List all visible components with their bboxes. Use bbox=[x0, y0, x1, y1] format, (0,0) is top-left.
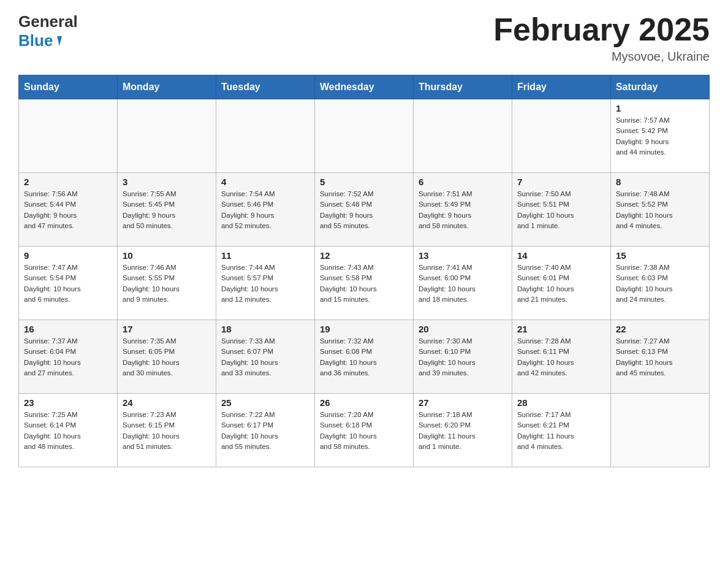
calendar-week-row: 9Sunrise: 7:47 AMSunset: 5:54 PMDaylight… bbox=[19, 247, 710, 320]
logo-general: General bbox=[18, 12, 78, 31]
calendar-cell bbox=[512, 99, 610, 173]
calendar-cell: 24Sunrise: 7:23 AMSunset: 6:15 PMDayligh… bbox=[117, 394, 216, 467]
calendar-header-row: SundayMondayTuesdayWednesdayThursdayFrid… bbox=[19, 75, 710, 99]
calendar-cell: 17Sunrise: 7:35 AMSunset: 6:05 PMDayligh… bbox=[117, 320, 216, 394]
day-number: 18 bbox=[221, 324, 309, 334]
calendar-cell bbox=[413, 99, 512, 173]
calendar-cell: 15Sunrise: 7:38 AMSunset: 6:03 PMDayligh… bbox=[610, 247, 709, 320]
calendar-week-row: 1Sunrise: 7:57 AMSunset: 5:42 PMDaylight… bbox=[19, 99, 710, 173]
day-number: 7 bbox=[517, 177, 605, 187]
day-number: 23 bbox=[24, 397, 112, 408]
day-info: Sunrise: 7:18 AMSunset: 6:20 PMDaylight:… bbox=[419, 410, 507, 452]
day-number: 10 bbox=[123, 250, 211, 261]
calendar-cell: 8Sunrise: 7:48 AMSunset: 5:52 PMDaylight… bbox=[610, 173, 709, 247]
calendar-cell bbox=[610, 394, 709, 467]
day-info: Sunrise: 7:22 AMSunset: 6:17 PMDaylight:… bbox=[221, 410, 309, 452]
calendar-cell: 18Sunrise: 7:33 AMSunset: 6:07 PMDayligh… bbox=[216, 320, 314, 394]
calendar-cell bbox=[19, 99, 118, 173]
title-area: February 2025 Mysovoe, Ukraine bbox=[493, 12, 710, 64]
calendar-cell: 19Sunrise: 7:32 AMSunset: 6:08 PMDayligh… bbox=[314, 320, 413, 394]
day-info: Sunrise: 7:55 AMSunset: 5:45 PMDaylight:… bbox=[123, 189, 211, 231]
calendar-cell bbox=[117, 99, 216, 173]
day-info: Sunrise: 7:23 AMSunset: 6:15 PMDaylight:… bbox=[123, 410, 211, 452]
day-info: Sunrise: 7:32 AMSunset: 6:08 PMDaylight:… bbox=[320, 336, 408, 378]
day-info: Sunrise: 7:35 AMSunset: 6:05 PMDaylight:… bbox=[123, 336, 211, 378]
day-number: 13 bbox=[419, 250, 507, 261]
day-number: 6 bbox=[419, 177, 507, 187]
logo: General Blue bbox=[18, 12, 78, 50]
day-info: Sunrise: 7:51 AMSunset: 5:49 PMDaylight:… bbox=[419, 189, 507, 231]
month-title: February 2025 bbox=[493, 12, 710, 47]
day-of-week-header: Wednesday bbox=[314, 75, 413, 99]
calendar-cell: 16Sunrise: 7:37 AMSunset: 6:04 PMDayligh… bbox=[19, 320, 118, 394]
logo-blue: Blue bbox=[18, 31, 78, 50]
calendar-cell: 6Sunrise: 7:51 AMSunset: 5:49 PMDaylight… bbox=[413, 173, 512, 247]
calendar-cell: 2Sunrise: 7:56 AMSunset: 5:44 PMDaylight… bbox=[19, 173, 118, 247]
calendar-week-row: 23Sunrise: 7:25 AMSunset: 6:14 PMDayligh… bbox=[19, 394, 710, 467]
day-of-week-header: Saturday bbox=[610, 75, 709, 99]
day-number: 22 bbox=[616, 324, 704, 334]
day-number: 1 bbox=[616, 103, 704, 113]
day-info: Sunrise: 7:37 AMSunset: 6:04 PMDaylight:… bbox=[24, 336, 112, 378]
day-of-week-header: Sunday bbox=[19, 75, 118, 99]
calendar-cell: 7Sunrise: 7:50 AMSunset: 5:51 PMDaylight… bbox=[512, 173, 610, 247]
calendar-cell: 23Sunrise: 7:25 AMSunset: 6:14 PMDayligh… bbox=[19, 394, 118, 467]
day-info: Sunrise: 7:17 AMSunset: 6:21 PMDaylight:… bbox=[517, 410, 605, 452]
day-number: 27 bbox=[419, 397, 507, 408]
day-of-week-header: Friday bbox=[512, 75, 610, 99]
day-number: 14 bbox=[517, 250, 605, 261]
day-info: Sunrise: 7:20 AMSunset: 6:18 PMDaylight:… bbox=[320, 410, 408, 452]
day-number: 5 bbox=[320, 177, 408, 187]
day-number: 12 bbox=[320, 250, 408, 261]
calendar-cell: 25Sunrise: 7:22 AMSunset: 6:17 PMDayligh… bbox=[216, 394, 314, 467]
location-label: Mysovoe, Ukraine bbox=[493, 50, 710, 64]
day-number: 28 bbox=[517, 397, 605, 408]
day-number: 24 bbox=[123, 397, 211, 408]
day-number: 21 bbox=[517, 324, 605, 334]
calendar-cell: 10Sunrise: 7:46 AMSunset: 5:55 PMDayligh… bbox=[117, 247, 216, 320]
day-info: Sunrise: 7:33 AMSunset: 6:07 PMDaylight:… bbox=[221, 336, 309, 378]
calendar-cell: 4Sunrise: 7:54 AMSunset: 5:46 PMDaylight… bbox=[216, 173, 314, 247]
calendar-week-row: 16Sunrise: 7:37 AMSunset: 6:04 PMDayligh… bbox=[19, 320, 710, 394]
page-header: General Blue February 2025 Mysovoe, Ukra… bbox=[18, 12, 710, 64]
day-number: 8 bbox=[616, 177, 704, 187]
day-number: 4 bbox=[221, 177, 309, 187]
calendar-cell bbox=[216, 99, 314, 173]
day-info: Sunrise: 7:38 AMSunset: 6:03 PMDaylight:… bbox=[616, 262, 704, 305]
day-info: Sunrise: 7:57 AMSunset: 5:42 PMDaylight:… bbox=[616, 115, 704, 158]
day-number: 20 bbox=[419, 324, 507, 334]
day-number: 25 bbox=[221, 397, 309, 408]
day-of-week-header: Thursday bbox=[413, 75, 512, 99]
logo-chevron-icon bbox=[55, 36, 62, 46]
day-of-week-header: Tuesday bbox=[216, 75, 314, 99]
calendar-cell: 27Sunrise: 7:18 AMSunset: 6:20 PMDayligh… bbox=[413, 394, 512, 467]
calendar-cell: 14Sunrise: 7:40 AMSunset: 6:01 PMDayligh… bbox=[512, 247, 610, 320]
day-info: Sunrise: 7:48 AMSunset: 5:52 PMDaylight:… bbox=[616, 189, 704, 231]
calendar-cell: 22Sunrise: 7:27 AMSunset: 6:13 PMDayligh… bbox=[610, 320, 709, 394]
calendar-cell: 1Sunrise: 7:57 AMSunset: 5:42 PMDaylight… bbox=[610, 99, 709, 173]
calendar-cell: 26Sunrise: 7:20 AMSunset: 6:18 PMDayligh… bbox=[314, 394, 413, 467]
calendar-cell: 12Sunrise: 7:43 AMSunset: 5:58 PMDayligh… bbox=[314, 247, 413, 320]
day-info: Sunrise: 7:46 AMSunset: 5:55 PMDaylight:… bbox=[123, 262, 211, 305]
calendar-cell: 13Sunrise: 7:41 AMSunset: 6:00 PMDayligh… bbox=[413, 247, 512, 320]
day-info: Sunrise: 7:56 AMSunset: 5:44 PMDaylight:… bbox=[24, 189, 112, 231]
calendar-cell: 28Sunrise: 7:17 AMSunset: 6:21 PMDayligh… bbox=[512, 394, 610, 467]
day-info: Sunrise: 7:54 AMSunset: 5:46 PMDaylight:… bbox=[221, 189, 309, 231]
calendar-cell: 3Sunrise: 7:55 AMSunset: 5:45 PMDaylight… bbox=[117, 173, 216, 247]
calendar-cell: 21Sunrise: 7:28 AMSunset: 6:11 PMDayligh… bbox=[512, 320, 610, 394]
day-number: 3 bbox=[123, 177, 211, 187]
day-info: Sunrise: 7:50 AMSunset: 5:51 PMDaylight:… bbox=[517, 189, 605, 231]
day-number: 16 bbox=[24, 324, 112, 334]
day-info: Sunrise: 7:41 AMSunset: 6:00 PMDaylight:… bbox=[419, 262, 507, 305]
calendar-cell: 5Sunrise: 7:52 AMSunset: 5:48 PMDaylight… bbox=[314, 173, 413, 247]
day-number: 17 bbox=[123, 324, 211, 334]
day-info: Sunrise: 7:44 AMSunset: 5:57 PMDaylight:… bbox=[221, 262, 309, 305]
calendar-cell: 9Sunrise: 7:47 AMSunset: 5:54 PMDaylight… bbox=[19, 247, 118, 320]
day-info: Sunrise: 7:52 AMSunset: 5:48 PMDaylight:… bbox=[320, 189, 408, 231]
day-info: Sunrise: 7:30 AMSunset: 6:10 PMDaylight:… bbox=[419, 336, 507, 378]
day-info: Sunrise: 7:43 AMSunset: 5:58 PMDaylight:… bbox=[320, 262, 408, 305]
calendar-week-row: 2Sunrise: 7:56 AMSunset: 5:44 PMDaylight… bbox=[19, 173, 710, 247]
day-info: Sunrise: 7:28 AMSunset: 6:11 PMDaylight:… bbox=[517, 336, 605, 378]
day-info: Sunrise: 7:27 AMSunset: 6:13 PMDaylight:… bbox=[616, 336, 704, 378]
day-number: 26 bbox=[320, 397, 408, 408]
